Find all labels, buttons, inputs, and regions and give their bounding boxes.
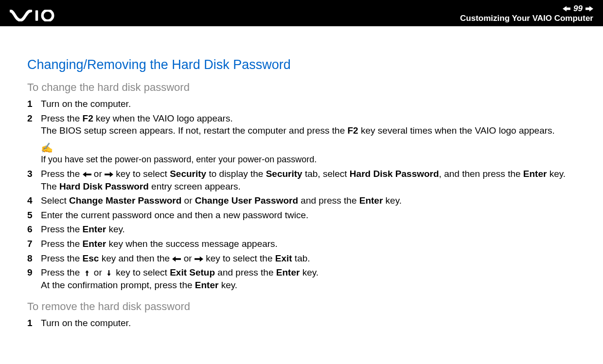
step-body: Press the Enter key when the success mes… — [41, 238, 576, 250]
vaio-logo — [10, 10, 68, 23]
step-body: Select Change Master Password or Change … — [41, 194, 576, 207]
svg-marker-8 — [85, 270, 89, 276]
nav-next-icon[interactable] — [585, 5, 593, 12]
arrow-left-icon — [172, 256, 181, 262]
header-right: 99 Customizing Your VAIO Computer — [460, 4, 593, 23]
note: ✍ If you have set the power-on password,… — [41, 142, 576, 165]
step-4: 4 Select Change Master Password or Chang… — [27, 194, 576, 207]
svg-marker-7 — [195, 256, 203, 261]
step-body: Turn on the computer. — [41, 98, 576, 110]
step-number: 1 — [27, 317, 41, 329]
arrow-left-icon — [83, 172, 91, 177]
svg-marker-2 — [563, 6, 570, 11]
step-number: 5 — [27, 209, 41, 222]
step-body: Press the Esc key and then the or key to… — [41, 252, 576, 265]
step-body: Press the or key to select Security to d… — [41, 168, 576, 192]
svg-marker-6 — [172, 256, 181, 261]
step-8: 8 Press the Esc key and then the or key … — [27, 252, 576, 265]
step-1: 1 Turn on the computer. — [27, 98, 576, 110]
brand-logo-area — [10, 10, 68, 23]
arrow-down-icon — [105, 270, 113, 276]
svg-marker-9 — [107, 270, 110, 276]
steps-change: 1 Turn on the computer. 2 Press the F2 k… — [27, 98, 576, 292]
nav-prev-icon[interactable] — [563, 5, 570, 12]
arrow-up-icon — [83, 270, 91, 276]
subhead-change: To change the hard disk password — [27, 81, 576, 94]
header-section-title: Customizing Your VAIO Computer — [460, 14, 593, 23]
section-title: Changing/Removing the Hard Disk Password — [27, 57, 576, 72]
note-text: If you have set the power-on password, e… — [41, 155, 576, 165]
step-9: 9 Press the or key to select Exit Setup … — [27, 266, 576, 291]
page-content: Changing/Removing the Hard Disk Password… — [0, 26, 603, 329]
subhead-remove: To remove the hard disk password — [27, 300, 576, 313]
svg-marker-3 — [585, 6, 593, 11]
step-body: Press the Enter key. — [41, 223, 576, 236]
step-number: 6 — [27, 223, 41, 236]
step-number: 2 — [27, 112, 41, 125]
arrow-right-icon — [105, 172, 113, 177]
step-number: 9 — [27, 266, 41, 279]
step-5: 5 Enter the current password once and th… — [27, 209, 576, 222]
note-icon: ✍ — [41, 142, 576, 154]
step-body: Enter the current password once and then… — [41, 209, 576, 222]
svg-point-1 — [42, 10, 53, 21]
step-body: Turn on the computer. — [41, 317, 576, 329]
step-2: 2 Press the F2 key when the VAIO logo ap… — [27, 112, 576, 137]
step-number: 3 — [27, 168, 41, 180]
step-number: 7 — [27, 238, 41, 250]
step-body: Press the F2 key when the VAIO logo appe… — [41, 112, 576, 137]
step-number: 4 — [27, 194, 41, 207]
svg-marker-5 — [105, 172, 113, 177]
page-nav: 99 — [563, 4, 593, 14]
svg-rect-0 — [35, 10, 38, 21]
steps-remove: 1 Turn on the computer. — [27, 317, 576, 329]
arrow-right-icon — [195, 256, 203, 262]
step-7: 7 Press the Enter key when the success m… — [27, 238, 576, 250]
page-number: 99 — [573, 4, 583, 14]
step-body: Press the or key to select Exit Setup an… — [41, 266, 576, 291]
step-3: 3 Press the or key to select Security to… — [27, 168, 576, 192]
step-number: 1 — [27, 98, 41, 110]
step-number: 8 — [27, 252, 41, 265]
step-1: 1 Turn on the computer. — [27, 317, 576, 329]
svg-marker-4 — [83, 172, 91, 177]
page-header: 99 Customizing Your VAIO Computer — [0, 0, 603, 26]
step-6: 6 Press the Enter key. — [27, 223, 576, 236]
